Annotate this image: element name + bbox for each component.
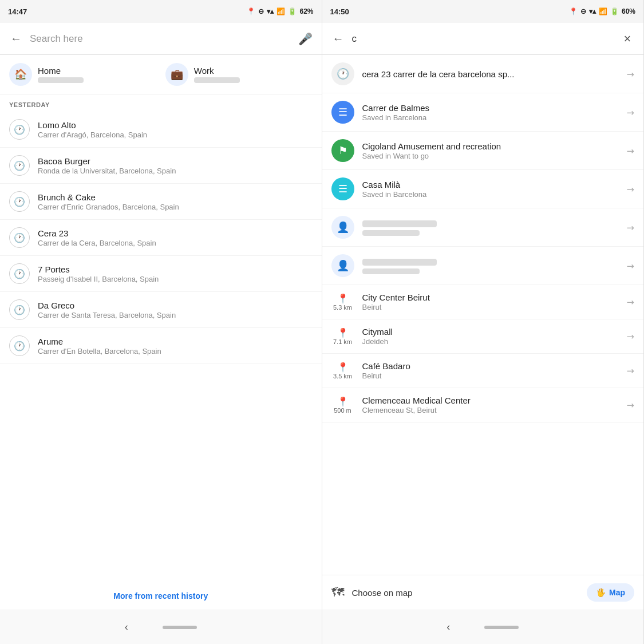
suggestion-sub: Clemenceau St, Beirut <box>362 406 619 414</box>
clock-icon: 🕐 <box>9 227 30 248</box>
distance-label: 📍3.5 km <box>331 362 354 380</box>
home-quick-text: Home <box>38 66 84 83</box>
suggestion-icon: 👤 <box>331 254 354 277</box>
sug-name-wrap: City Center Beirut <box>362 293 619 302</box>
suggestion-text: Café Badaro Beirut <box>362 361 619 380</box>
pin-icon: 📍 <box>331 293 354 304</box>
arrow-icon: ↗ <box>624 144 637 157</box>
suggestion-name: Cigoland Amusement and recreation <box>362 141 501 151</box>
arrow-icon: ↗ <box>624 330 637 343</box>
history-text: Lomo Alto Carrer d'Aragó, Barcelona, Spa… <box>38 120 313 139</box>
suggestion-text: City Center Beirut Beirut <box>362 293 619 311</box>
blurred-name <box>362 259 437 266</box>
battery-pct: 62% <box>299 7 313 15</box>
map-btn-label: Map <box>609 588 625 597</box>
suggestion-icon: 👤 <box>331 216 354 239</box>
suggestion-item[interactable]: 🕐 cera 23 carrer de la cera barcelona sp… <box>322 55 644 93</box>
left-nav-pill <box>163 626 197 629</box>
distance-label: 📍5.3 km <box>331 293 354 311</box>
right-search-input[interactable] <box>352 33 614 45</box>
blurred-sub <box>362 268 420 274</box>
map-button[interactable]: 🖐 Map <box>587 583 634 602</box>
clock-icon: 🕐 <box>9 155 30 176</box>
history-name: Da Greco <box>38 301 313 310</box>
suggestion-sub: Saved in Barcelona <box>362 190 619 199</box>
suggestion-icon: ⚑ <box>331 139 354 162</box>
history-addr: Carrer de Santa Teresa, Barcelona, Spain <box>38 311 313 319</box>
clock-icon: 🕐 <box>9 263 30 284</box>
work-quick-item[interactable]: 💼 Work <box>165 63 313 86</box>
battery-icon: 🔋 <box>288 7 297 15</box>
history-text: Brunch & Cake Carrer d'Enric Granados, B… <box>38 192 313 211</box>
history-name: 7 Portes <box>38 264 313 274</box>
suggestion-item[interactable]: ☰ Casa Milà Saved in Barcelona ↗ <box>322 170 644 208</box>
left-back-button[interactable]: ← <box>7 30 25 48</box>
history-addr: Carrer d'Aragó, Barcelona, Spain <box>38 131 313 139</box>
home-quick-item[interactable]: 🏠 Home <box>9 63 156 86</box>
clock-icon: 🕐 <box>9 191 30 212</box>
history-text: Arume Carrer d'En Botella, Barcelona, Sp… <box>38 337 313 355</box>
suggestion-text: Cigoland Amusement and recreation Saved … <box>362 141 619 160</box>
suggestion-item[interactable]: 👤 ↗ <box>322 208 644 247</box>
map-grid-icon: 🗺 <box>331 585 344 600</box>
suggestion-name: Carrer de Balmes <box>362 103 430 113</box>
suggestion-sub: Saved in Want to go <box>362 152 619 160</box>
history-text: Cera 23 Carrer de la Cera, Barcelona, Sp… <box>38 228 313 247</box>
sug-name-wrap <box>362 218 619 228</box>
history-item[interactable]: 🕐 Lomo Alto Carrer d'Aragó, Barcelona, S… <box>0 112 322 148</box>
suggestion-item[interactable]: ⚑ Cigoland Amusement and recreation Save… <box>322 132 644 170</box>
right-back-nav[interactable]: ‹ <box>447 621 450 633</box>
history-item[interactable]: 🕐 Bacoa Burger Ronda de la Universitat, … <box>0 148 322 184</box>
sug-name-wrap: Casa Milà <box>362 180 619 189</box>
history-name: Bacoa Burger <box>38 156 313 166</box>
arrow-icon: ↗ <box>624 183 637 196</box>
suggestion-text: Clemenceau Medical Center Clemenceau St,… <box>362 396 619 414</box>
history-text: Da Greco Carrer de Santa Teresa, Barcelo… <box>38 301 313 319</box>
right-bottom-nav: ‹ <box>322 610 644 644</box>
right-search-bar: ← × <box>322 23 644 55</box>
suggestion-item[interactable]: 📍500 m Clemenceau Medical Center Clemenc… <box>322 388 644 422</box>
suggestion-icon: ☰ <box>331 177 354 200</box>
suggestion-sub: Saved in Barcelona <box>362 113 619 122</box>
history-item[interactable]: 🕐 Arume Carrer d'En Botella, Barcelona, … <box>0 328 322 364</box>
more-history-button[interactable]: More from recent history <box>0 582 322 610</box>
history-addr: Ronda de la Universitat, Barcelona, Spai… <box>38 167 313 175</box>
quick-access-row: 🏠 Home 💼 Work <box>0 55 322 94</box>
left-mic-button[interactable]: 🎤 <box>297 30 315 48</box>
history-name: Cera 23 <box>38 228 313 238</box>
suggestion-item[interactable]: 📍7.1 km Citymall Jdeideh ↗ <box>322 319 644 354</box>
history-item[interactable]: 🕐 Da Greco Carrer de Santa Teresa, Barce… <box>0 292 322 328</box>
history-list: 🕐 Lomo Alto Carrer d'Aragó, Barcelona, S… <box>0 112 322 582</box>
sug-name-wrap <box>362 256 619 266</box>
suggestion-name: Casa Milà <box>362 180 401 189</box>
sug-name-wrap: Carrer de Balmes <box>362 103 619 113</box>
left-back-nav[interactable]: ‹ <box>125 621 128 633</box>
suggestion-item[interactable]: 📍3.5 km Café Badaro Beirut ↗ <box>322 354 644 388</box>
right-back-button[interactable]: ← <box>329 30 347 48</box>
left-bottom-nav: ‹ <box>0 610 322 644</box>
work-icon: 💼 <box>165 63 188 86</box>
suggestion-name: cera 23 carrer de la cera barcelona sp..… <box>362 69 515 79</box>
history-item[interactable]: 🕐 7 Portes Passeig d'Isabel II, Barcelon… <box>0 256 322 292</box>
pin-icon: 📍 <box>331 396 354 407</box>
distance-label: 📍7.1 km <box>331 327 354 345</box>
work-label: Work <box>194 66 240 76</box>
history-name: Brunch & Cake <box>38 192 313 202</box>
history-item[interactable]: 🕐 Brunch & Cake Carrer d'Enric Granados,… <box>0 184 322 220</box>
suggestion-item[interactable]: ☰ Carrer de Balmes Saved in Barcelona ↗ <box>322 93 644 132</box>
history-item[interactable]: 🕐 Cera 23 Carrer de la Cera, Barcelona, … <box>0 220 322 256</box>
suggestion-item[interactable]: 📍5.3 km City Center Beirut Beirut ↗ <box>322 285 644 319</box>
right-status-icons: 📍 ⊖ ▾▴ 📶 🔋 60% <box>569 7 635 15</box>
suggestion-item[interactable]: 👤 ↗ <box>322 247 644 285</box>
suggestion-list: 🕐 cera 23 carrer de la cera barcelona sp… <box>322 55 644 575</box>
blurred-sub <box>362 230 420 236</box>
work-address-blurred <box>194 77 240 83</box>
left-search-input[interactable] <box>30 33 292 45</box>
home-icon: 🏠 <box>9 63 32 86</box>
suggestion-text <box>362 218 619 237</box>
right-battery-icon: 🔋 <box>610 7 619 15</box>
sug-name-wrap: Cigoland Amusement and recreation <box>362 141 619 151</box>
right-clear-button[interactable]: × <box>618 30 637 48</box>
right-wifi-icon: ▾▴ <box>589 7 596 15</box>
wifi-icon: ▾▴ <box>267 7 274 15</box>
